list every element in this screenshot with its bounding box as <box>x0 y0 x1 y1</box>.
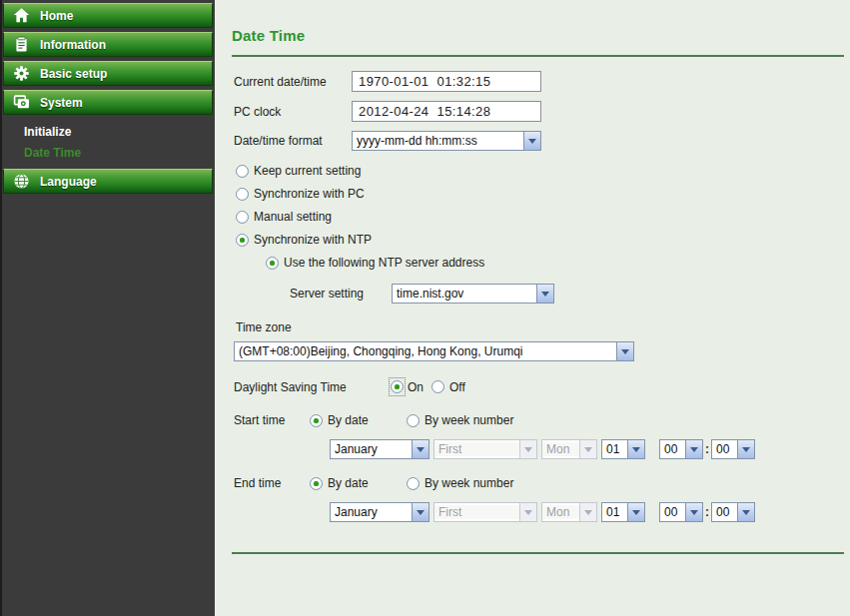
start-by-date-label: By date <box>328 413 369 427</box>
dst-on-label: On <box>408 380 424 394</box>
sidebar-item-language[interactable]: Language <box>3 169 213 194</box>
gear-icon <box>13 65 30 82</box>
sidebar-item-basic-setup[interactable]: Basic setup <box>3 61 213 86</box>
end-month-select[interactable]: January <box>330 502 429 522</box>
dst-on-focus-box <box>389 377 406 396</box>
chevron-down-icon <box>685 503 702 521</box>
start-time-label: Start time <box>234 413 310 427</box>
end-minute-select[interactable]: 00 <box>711 502 755 522</box>
keep-current-setting-option: Keep current setting <box>236 164 850 178</box>
end-day-select[interactable]: 01 <box>601 502 645 522</box>
start-week-value: First <box>434 442 519 456</box>
end-week-select: First <box>433 502 537 522</box>
start-hour-select[interactable]: 00 <box>659 439 703 459</box>
server-setting-select[interactable]: time.nist.gov <box>392 284 554 304</box>
start-week-select: First <box>433 439 537 459</box>
daylight-saving-label: Daylight Saving Time <box>234 380 389 394</box>
pc-clock-label: PC clock <box>234 105 352 119</box>
use-ntp-server-option: Use the following NTP server address <box>266 256 850 270</box>
dst-off-radio[interactable] <box>431 380 444 393</box>
use-ntp-server-radio[interactable] <box>266 257 279 270</box>
synchronize-with-ntp-label: Synchronize with NTP <box>254 233 372 247</box>
end-weekday-select: Mon <box>541 502 597 522</box>
end-month-value: January <box>331 505 412 519</box>
sidebar: Home Information <box>0 0 215 616</box>
chevron-down-icon <box>627 503 644 521</box>
sidebar-item-label: Language <box>40 175 97 189</box>
start-time-row: Start time By date By week number <box>234 413 850 427</box>
synchronize-with-ntp-option: Synchronize with NTP <box>236 233 850 247</box>
pc-clock-row: PC clock <box>234 101 850 122</box>
end-hour-select[interactable]: 00 <box>659 502 703 522</box>
end-time-selects: January First Mon 01 00 : 00 <box>330 502 850 522</box>
sidebar-item-system[interactable]: System <box>3 90 213 115</box>
server-setting-value: time.nist.gov <box>393 287 536 301</box>
start-by-week-radio[interactable] <box>407 414 420 427</box>
start-minute-select[interactable]: 00 <box>711 439 755 459</box>
date-time-settings-page: Home Information <box>0 0 850 616</box>
pc-clock-input[interactable] <box>352 101 541 122</box>
current-datetime-label: Current date/time <box>234 75 352 89</box>
main-content: Date Time Current date/time PC clock Dat… <box>215 0 850 554</box>
end-hour-value: 00 <box>660 505 685 519</box>
sidebar-subitem-date-time[interactable]: Date Time <box>24 143 215 164</box>
chevron-down-icon <box>685 440 702 458</box>
daylight-saving-row: Daylight Saving Time On Off <box>234 377 850 396</box>
bottom-divider <box>232 552 844 554</box>
chevron-down-icon <box>627 440 644 458</box>
datetime-format-select[interactable]: yyyy-mm-dd hh:mm:ss <box>352 131 541 151</box>
sidebar-item-label: Basic setup <box>40 67 107 81</box>
manual-setting-radio[interactable] <box>236 211 249 224</box>
current-datetime-row: Current date/time <box>234 71 850 92</box>
end-by-date-radio[interactable] <box>310 477 323 490</box>
time-separator: : <box>703 442 711 456</box>
timezone-select[interactable]: (GMT+08:00)Beijing, Chongqing, Hong Kong… <box>234 341 634 361</box>
chevron-down-icon <box>519 440 536 458</box>
end-week-value: First <box>434 505 519 519</box>
start-by-week-label: By week number <box>425 413 513 427</box>
start-day-value: 01 <box>602 442 627 456</box>
start-month-value: January <box>331 442 412 456</box>
start-by-date-radio[interactable] <box>310 414 323 427</box>
globe-icon <box>13 173 30 190</box>
datetime-format-value: yyyy-mm-dd hh:mm:ss <box>353 134 523 148</box>
end-by-date-label: By date <box>328 476 369 490</box>
synchronize-with-pc-radio[interactable] <box>236 188 249 201</box>
keep-current-setting-radio[interactable] <box>236 165 249 178</box>
use-ntp-server-label: Use the following NTP server address <box>284 256 484 270</box>
chevron-down-icon <box>579 440 596 458</box>
chevron-down-icon <box>412 503 428 521</box>
chevron-down-icon <box>737 440 754 458</box>
start-hour-value: 00 <box>660 442 685 456</box>
page-title: Date Time <box>232 27 850 44</box>
server-setting-label: Server setting <box>290 287 392 301</box>
timezone-label: Time zone <box>236 320 850 334</box>
start-day-select[interactable]: 01 <box>601 439 645 459</box>
time-separator: : <box>703 505 711 519</box>
end-weekday-value: Mon <box>542 505 579 519</box>
end-day-value: 01 <box>602 505 627 519</box>
synchronize-with-pc-option: Synchronize with PC <box>236 187 850 201</box>
start-month-select[interactable]: January <box>330 439 429 459</box>
chevron-down-icon <box>536 285 553 303</box>
chevron-down-icon <box>579 503 596 521</box>
sidebar-item-information[interactable]: Information <box>3 32 213 57</box>
synchronize-with-pc-label: Synchronize with PC <box>254 187 365 201</box>
sidebar-subitem-initialize[interactable]: Initialize <box>24 122 215 143</box>
end-time-row: End time By date By week number <box>234 476 850 490</box>
chevron-down-icon <box>737 503 754 521</box>
home-icon <box>13 7 30 24</box>
end-by-week-radio[interactable] <box>407 477 420 490</box>
dst-on-radio[interactable] <box>391 380 404 393</box>
system-icon <box>13 94 30 111</box>
current-datetime-input[interactable] <box>352 71 541 92</box>
chevron-down-icon <box>519 503 536 521</box>
sidebar-item-label: System <box>40 96 83 110</box>
system-submenu: Initialize Date Time <box>2 119 215 169</box>
datetime-format-label: Date/time format <box>234 134 352 148</box>
dst-off-label: Off <box>449 380 465 394</box>
sidebar-item-label: Home <box>40 9 73 23</box>
sidebar-item-home[interactable]: Home <box>3 3 213 28</box>
server-setting-row: Server setting time.nist.gov <box>290 284 850 304</box>
synchronize-with-ntp-radio[interactable] <box>236 234 249 247</box>
